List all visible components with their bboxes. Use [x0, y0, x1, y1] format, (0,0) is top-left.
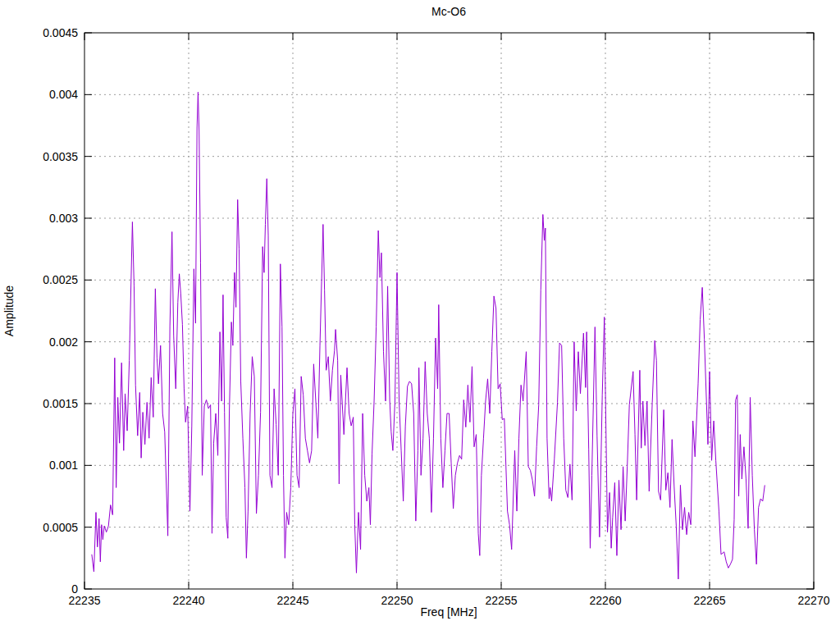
y-tick-label: 0.0035: [43, 150, 78, 163]
chart-canvas: 2223522240222452225022255222602226522270…: [0, 0, 840, 630]
amplitude-trace: [92, 92, 765, 579]
y-tick-label: 0.002: [49, 336, 78, 349]
y-tick-label: 0.0045: [43, 26, 78, 39]
spectrum-figure: 2223522240222452225022255222602226522270…: [0, 0, 840, 630]
y-tick-label: 0.0015: [43, 397, 78, 410]
x-tick-label: 22240: [173, 594, 205, 607]
x-axis-label: Freq [MHz]: [420, 605, 477, 619]
y-tick-label: 0.001: [49, 459, 78, 472]
y-axis-label: Amplitude: [2, 285, 16, 336]
y-tick-label: 0: [71, 582, 78, 596]
x-tick-label: 22270: [798, 594, 830, 607]
y-tick-label: 0.0005: [43, 521, 78, 534]
x-tick-label: 22245: [277, 594, 309, 607]
plot-border: [84, 33, 814, 589]
x-tick-label: 22265: [694, 594, 726, 607]
x-tick-label: 22255: [486, 594, 518, 607]
series-layer: [92, 92, 765, 579]
x-tick-label: 22250: [381, 594, 413, 607]
x-tick-label: 22235: [69, 594, 101, 607]
y-tick-label: 0.003: [49, 212, 78, 225]
y-tick-label: 0.0025: [43, 273, 78, 286]
y-tick-label: 0.004: [49, 88, 78, 101]
x-tick-label: 22260: [590, 594, 622, 607]
axis-layer: 2223522240222452225022255222602226522270…: [43, 26, 830, 607]
grid-layer: [84, 33, 814, 589]
chart-title: Mc-O6: [431, 5, 466, 18]
